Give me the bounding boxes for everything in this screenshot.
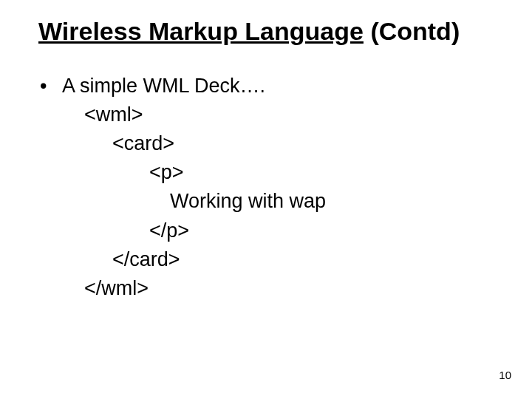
code-line-p-open: <p> (38, 158, 494, 187)
code-line-p-close: </p> (38, 216, 494, 245)
bullet-item: • A simple WML Deck…. (38, 72, 494, 100)
code-line-text: Working with wap (38, 187, 494, 216)
slide: Wireless Markup Language (Contd) • A sim… (0, 0, 532, 399)
code-line-wml-open: <wml> (38, 100, 494, 129)
code-line-card-open: <card> (38, 129, 494, 158)
slide-title-underlined: Wireless Markup Language (38, 17, 364, 45)
code-line-card-close: </card> (38, 245, 494, 274)
code-line-wml-close: </wml> (38, 274, 494, 303)
slide-title-rest: (Contd) (364, 17, 460, 45)
page-number: 10 (499, 369, 511, 381)
bullet-text: A simple WML Deck…. (62, 72, 494, 100)
slide-title: Wireless Markup Language (Contd) (38, 16, 494, 47)
bullet-marker: • (38, 72, 62, 100)
